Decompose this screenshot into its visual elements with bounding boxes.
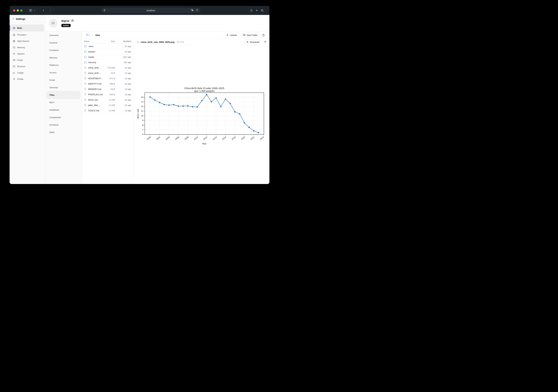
sidebar-item-profile[interactable]: Profile [11,76,44,82]
preview-pane: china_birth_rate_2000_2025.png 70.9 KB D… [134,39,270,184]
folder-icon [84,50,87,53]
sidebar-item-speech[interactable]: Speech [11,51,44,57]
tab-mcp[interactable]: MCP [45,99,82,106]
upload-icon [226,34,229,37]
file-row[interactable]: china_birth…70.9 KB1h ago [82,65,133,70]
tab-skills[interactable]: Skills [45,128,82,136]
tab-compaction[interactable]: Compaction [45,114,82,121]
close-window-button[interactable] [13,9,15,11]
svg-text:10: 10 [141,115,143,117]
svg-text:6: 6 [142,133,143,136]
file-row[interactable]: avatars2h ago [82,49,133,54]
file-modified: 2h ago [115,51,131,53]
folder-plus-icon [243,34,245,37]
col-modified-header[interactable]: Modified [115,40,131,43]
file-row[interactable]: TOOLS.md1.0 KB1d ago [82,108,133,113]
file-row[interactable]: .venv1h ago [82,44,133,49]
settings-nav: BotsProvidersWeb SearchMemorySpeechEmail… [9,23,45,84]
file-icon [137,41,139,43]
file-modified: 1h ago [115,45,131,48]
svg-text:11: 11 [141,110,143,112]
tab-platforms[interactable]: Platforms [45,61,82,69]
sidebar-item-browser[interactable]: Browser [11,63,44,69]
file-modified: 1d ago [115,93,131,96]
upload-button[interactable]: Upload [224,33,239,38]
translate-icon[interactable]: A文 [191,9,194,12]
tab-overview[interactable]: Overview [45,32,82,39]
preview-filesize: 70.9 KB [177,41,184,43]
file-row[interactable]: media10m ago [82,54,133,60]
browser-window: localhost A文 Settings BotsProvidersWeb S… [9,6,270,184]
tab-overview-icon[interactable] [261,9,264,12]
bot-icon [13,27,15,29]
settings-sidebar: Settings BotsProvidersWeb SearchMemorySp… [9,15,45,184]
tab-terminal[interactable]: Terminal [45,84,82,91]
window-actions [248,8,266,13]
file-size: 2.2 KB [102,99,115,101]
file-row[interactable]: china_birth…73 B1h ago [82,70,133,76]
folder-icon [84,45,87,48]
breadcrumb-root[interactable]: / [86,34,90,37]
new-folder-label: New Folder [247,34,258,36]
preview-body: 6789101112131420002002200420062008201020… [134,45,270,184]
sidebar-item-web-search[interactable]: Web Search [11,38,44,44]
tab-schedule[interactable]: Schedule [45,121,82,128]
file-modified: 2h ago [115,104,131,106]
tab-files[interactable]: Files [47,91,80,99]
file-modified: 1d ago [115,77,131,80]
sidebar-item-label: Web Search [17,40,29,42]
sidebar-item-bots[interactable]: Bots [11,25,44,32]
file-icon [84,104,87,106]
tab-container[interactable]: Container [45,46,82,54]
reload-icon[interactable] [196,9,198,12]
col-size-header[interactable]: Size [102,40,115,43]
sidebar-item-email[interactable]: Email [11,57,44,63]
download-button[interactable]: Download [244,40,262,45]
sidebar-item-providers[interactable]: Providers [11,32,44,38]
sidebar-toggle-button[interactable] [27,8,38,13]
sidebar-item-memory[interactable]: Memory [11,44,44,51]
settings-back[interactable]: Settings [9,15,45,22]
file-row[interactable]: PROFILES.md433 B1d ago [82,92,133,97]
file-name: MEMORY.md [88,88,101,90]
file-row[interactable]: table_filter_…1.2 KB2h ago [82,102,133,108]
tab-heartbeat[interactable]: Heartbeat [45,106,82,114]
file-row[interactable]: IDENTITY.md785 B1d ago [82,81,133,86]
tab-memory[interactable]: Memory [45,54,82,61]
file-row[interactable]: SOUL.md2.2 KB1d ago [82,97,133,102]
back-button[interactable] [42,9,45,12]
file-row[interactable]: memory13h ago [82,60,133,65]
brain-icon [13,46,15,49]
forward-button[interactable] [49,9,52,12]
col-name-header[interactable]: Name [84,40,102,43]
address-bar[interactable]: localhost A文 [101,8,201,13]
file-row[interactable]: MEMORY.md54 B1d ago [82,86,133,92]
file-modified: 10m ago [115,56,131,58]
file-row[interactable]: HEARTBEAT…571 B1d ago [82,76,133,81]
svg-text:9: 9 [142,119,143,121]
svg-text:7: 7 [142,129,143,131]
file-icon [84,99,87,101]
file-modified: 1d ago [115,99,131,101]
tab-email[interactable]: Email [45,76,82,84]
close-icon[interactable] [264,40,267,44]
svg-text:12: 12 [141,105,143,108]
file-name: table_filter_… [88,104,102,106]
sidebar-item-usage[interactable]: Usage [11,70,44,76]
file-name: china_birth… [88,67,101,69]
new-folder-button[interactable]: New Folder [241,33,260,38]
bot-name: BigCat [61,19,69,22]
sidebar-item-label: Providers [17,34,26,36]
share-icon[interactable] [250,9,253,12]
tab-access[interactable]: Access [45,69,82,76]
zoom-window-button[interactable] [20,9,22,11]
file-table-header: Name Size Modified [82,39,133,44]
edit-icon[interactable] [71,19,74,23]
svg-text:8: 8 [142,124,143,126]
new-tab-icon[interactable] [255,9,258,12]
refresh-icon[interactable] [262,34,266,36]
mail-icon [13,59,15,61]
tab-general[interactable]: General [45,39,82,46]
minimize-window-button[interactable] [17,9,19,11]
file-size: 1.2 KB [102,104,115,106]
